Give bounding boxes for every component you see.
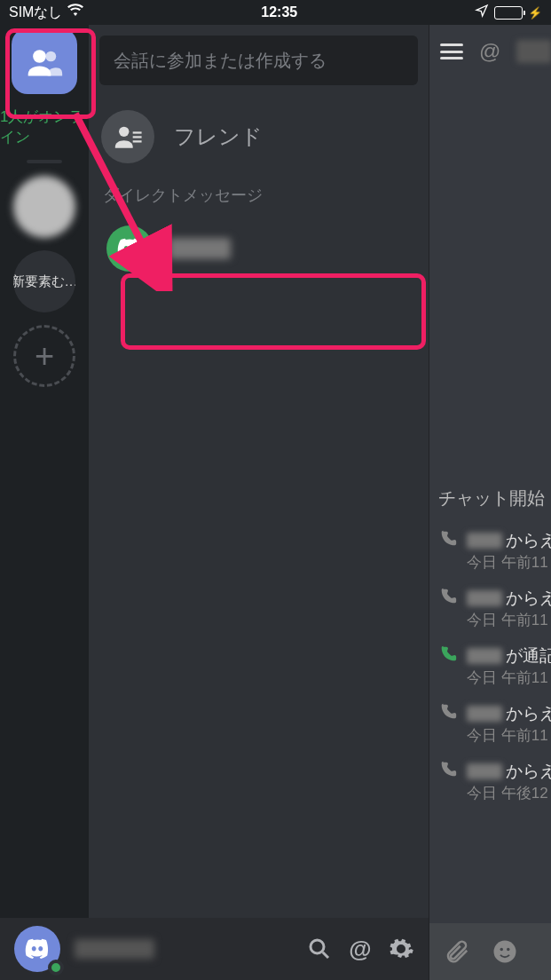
- caller-name: [467, 648, 502, 664]
- call-suffix: からえ: [506, 587, 551, 610]
- conversation-search[interactable]: 会話に参加または作成する: [99, 36, 418, 85]
- search-icon[interactable]: [306, 936, 333, 962]
- location-icon: [475, 4, 489, 21]
- svg-line-10: [323, 952, 328, 958]
- caller-name: [467, 706, 502, 722]
- phone-icon: [438, 529, 458, 549]
- svg-point-4: [45, 51, 56, 62]
- at-icon: @: [479, 39, 500, 64]
- call-suffix: が通記: [506, 644, 551, 668]
- dm-item[interactable]: [98, 217, 420, 281]
- drawer: 1人がオンライン 新要素む… + 会話に参加または作成する フレンド: [0, 25, 429, 980]
- status-left: SIMなし: [9, 3, 83, 22]
- call-row[interactable]: からえ 今日 午前11: [429, 695, 551, 753]
- self-status-dot: [48, 960, 64, 976]
- svg-rect-7: [133, 136, 142, 138]
- friends-row[interactable]: フレンド: [89, 96, 429, 178]
- server-item-2[interactable]: 新要素む…: [13, 250, 75, 312]
- chat-recipient-name: [516, 40, 551, 63]
- friends-label: フレンド: [174, 122, 263, 151]
- carrier-text: SIMなし: [9, 4, 62, 22]
- call-row[interactable]: からえ 今日 午後12: [429, 753, 551, 810]
- server-rail: 1人がオンライン 新要素む… +: [0, 25, 89, 980]
- self-username: [75, 939, 154, 959]
- dm-avatar: [106, 225, 153, 272]
- call-suffix: からえ: [506, 760, 551, 783]
- rail-divider: [27, 160, 62, 163]
- svg-point-5: [119, 127, 129, 137]
- chat-start-label: チャット開始: [438, 486, 545, 510]
- phone-icon: [438, 587, 458, 606]
- server-item-1[interactable]: [13, 176, 75, 238]
- call-suffix: からえ: [506, 702, 551, 725]
- call-row[interactable]: が通記 今日 午前11: [429, 637, 551, 695]
- clock: 12:35: [261, 4, 297, 20]
- call-time: 今日 午前11: [467, 610, 551, 630]
- svg-rect-8: [133, 140, 142, 142]
- attachment-icon[interactable]: [444, 938, 470, 965]
- call-time: 今日 午前11: [467, 668, 551, 688]
- friends-icon: [101, 110, 154, 163]
- svg-point-9: [311, 940, 324, 953]
- dm-section-label: ダイレクトメッセージ: [89, 178, 429, 213]
- phone-icon: [438, 644, 458, 664]
- plus-icon: +: [35, 337, 54, 375]
- svg-point-2: [507, 948, 510, 952]
- mentions-icon[interactable]: @: [347, 936, 374, 962]
- self-avatar[interactable]: [14, 926, 60, 972]
- call-time: 今日 午前11: [467, 552, 551, 573]
- chat-header: @: [429, 25, 551, 78]
- svg-point-1: [500, 948, 504, 952]
- wifi-icon: [67, 3, 83, 22]
- call-log: からえ 今日 午前11 からえ 今日 午前11 が通記 今日 午前11 からえ …: [429, 522, 551, 810]
- user-bar: @: [0, 918, 429, 980]
- status-bar: SIMなし 12:35 ⚡: [0, 0, 551, 25]
- server-item-label: 新要素む…: [13, 273, 75, 290]
- chat-input-bar: [429, 923, 551, 980]
- call-suffix: からえ: [506, 529, 551, 552]
- dm-username: [169, 238, 231, 259]
- add-server-button[interactable]: +: [13, 325, 75, 387]
- menu-icon[interactable]: [440, 43, 463, 59]
- call-time: 今日 午後12: [467, 783, 551, 803]
- svg-point-0: [494, 941, 516, 963]
- status-right: ⚡: [475, 4, 542, 21]
- emoji-icon[interactable]: [492, 938, 518, 965]
- search-placeholder: 会話に参加または作成する: [114, 49, 327, 73]
- battery-icon: [494, 6, 523, 20]
- dm-home-button[interactable]: [12, 28, 77, 94]
- call-time: 今日 午前11: [467, 725, 551, 746]
- online-count: 1人がオンライン: [0, 107, 89, 147]
- svg-rect-6: [133, 131, 142, 133]
- dm-column: 会話に参加または作成する フレンド ダイレクトメッセージ: [89, 25, 429, 980]
- gear-icon[interactable]: [388, 936, 414, 962]
- phone-icon: [438, 760, 458, 779]
- status-online-dot: [140, 259, 156, 275]
- charging-icon: ⚡: [528, 6, 542, 20]
- caller-name: [467, 763, 502, 779]
- call-row[interactable]: からえ 今日 午前11: [429, 522, 551, 580]
- svg-point-3: [33, 50, 46, 63]
- caller-name: [467, 533, 502, 549]
- caller-name: [467, 590, 502, 606]
- chat-pane: @ チャット開始 からえ 今日 午前11 からえ 今日 午前11 が通記 今日 …: [429, 25, 551, 980]
- phone-icon: [438, 702, 458, 722]
- call-row[interactable]: からえ 今日 午前11: [429, 580, 551, 637]
